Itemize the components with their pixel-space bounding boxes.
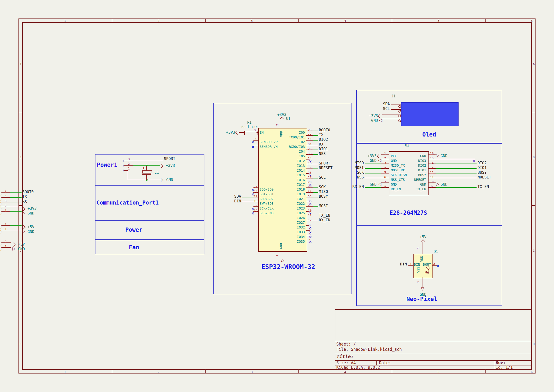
pin-name: SHD/SD2 — [260, 197, 274, 201]
oled-pin-row: ◁ GND — [325, 119, 401, 124]
schematic-page: 1 1 2 2 3 3 4 4 — [0, 0, 554, 392]
titleblock-rev-label: Rev: — [496, 361, 506, 365]
frame-row-tick-right — [532, 112, 535, 112]
titleblock-line-1 — [335, 341, 532, 341]
power1-pin1-number: 1 — [125, 167, 132, 170]
esp32-right-pin-row: 35 TX × TXD0/IO1 — [306, 135, 363, 140]
esp32-left-pin-row: 19 × SCS/CMD — [211, 211, 258, 216]
pin-number: 13 — [428, 166, 436, 169]
pin-name: SENSOR_VP — [260, 140, 277, 144]
sheet-power1 — [95, 154, 204, 186]
pin-number: 29 — [306, 152, 313, 155]
wire — [313, 135, 318, 136]
frame-column-label-bottom: 4 — [340, 371, 350, 373]
wire — [436, 187, 477, 188]
wire — [10, 225, 21, 226]
e28-title: E28-2G4M27S — [378, 210, 439, 216]
esp32-left-pin-row: 21 × SDO/SD0 — [211, 188, 258, 192]
frame-column-tick-top — [205, 19, 206, 22]
pin-name: IO25 — [297, 211, 305, 215]
oled-ref: J1 — [391, 95, 395, 98]
wire — [365, 187, 381, 188]
pin-number: 3 — [1, 200, 10, 203]
frame-inner-top — [22, 22, 532, 23]
frame-column-tick-bottom — [392, 370, 392, 373]
net-label: MOSI — [354, 166, 364, 170]
power-label: GND — [28, 211, 34, 215]
pin-number: 12 — [428, 171, 436, 174]
pin-name: NSS_CTS — [391, 178, 405, 181]
pin-name: IO5 — [299, 154, 305, 158]
pin-number: 25 — [306, 128, 313, 132]
cap-c1-lead-bottom — [146, 175, 147, 180]
frame-row-tick-left — [19, 299, 22, 299]
e28-ref: U2 — [405, 144, 409, 147]
sheet-power — [95, 220, 204, 240]
pin-name: TX_EN — [416, 188, 426, 191]
frame-row-label-left: B — [19, 156, 22, 159]
wire — [313, 150, 318, 150]
pin-name: SDO/SD0 — [260, 188, 274, 191]
esp32-gnd-wire — [282, 251, 282, 259]
pin-stub — [382, 119, 401, 119]
no-connect-icon: × — [251, 211, 254, 216]
gnd-triangle-icon: ▷ — [436, 154, 439, 158]
resistor-r1-value: Resistor — [240, 125, 259, 128]
e28-left-pin-row: 2 ◁ GND GND — [313, 159, 389, 163]
pin-name: IO13 — [297, 164, 305, 167]
net-label: RX_EN — [319, 218, 330, 222]
net-label: NSS — [357, 175, 364, 179]
wire — [365, 173, 381, 174]
esp32-left-pin-row: 4 × SENSOR_VP — [211, 140, 258, 145]
esp32-ref: U1 — [286, 117, 290, 121]
power-label: GND — [371, 119, 378, 123]
frame-column-tick-bottom — [298, 370, 299, 373]
pin-number: 4 — [1, 195, 10, 198]
e28-right-pin-row: 16 × ▷ GND GND — [428, 154, 504, 159]
pin-name: MISO_TX — [391, 164, 405, 167]
wire — [10, 197, 21, 198]
pin-name: DIO2 — [418, 164, 426, 167]
pin-name: GND — [420, 154, 426, 158]
gnd-triangle-icon: ▷ — [12, 247, 15, 251]
e28-left-pin-row: 4 MOSI ◁ MOSI_RX — [313, 168, 389, 173]
wire — [365, 178, 381, 178]
frame-column-label-top: 3 — [247, 19, 256, 22]
no-connect-icon: × — [251, 145, 254, 149]
net-label: SCK — [357, 171, 364, 175]
pin-number: 37 — [306, 204, 313, 207]
pin-name: GND — [391, 159, 397, 162]
esp32-left-pin-row: 20 × SCK/CLK — [211, 206, 258, 211]
pin-name: IO22 — [297, 202, 305, 205]
esp32-vdd-pin-number: 2 — [276, 124, 279, 126]
esp32-left-pin-row: 5 × SENSOR_VN — [211, 145, 258, 150]
gnd-triangle-icon: ▷ — [436, 182, 439, 186]
neopixel-dout-stub — [432, 266, 437, 266]
wire — [10, 211, 21, 212]
net-label: RX — [319, 142, 323, 146]
esp32-right-pin-row: 10 × IO25 — [306, 211, 363, 216]
power-label: +5V — [18, 242, 25, 246]
net-label: SDA — [234, 195, 241, 198]
net-label: MOSI — [319, 204, 328, 208]
esp32-right-pin-row: 24 DIO2 × IO2 — [306, 140, 363, 145]
pin-name: IO19 — [297, 192, 305, 196]
wire — [242, 197, 253, 197]
net-label: MISO — [354, 161, 364, 165]
open-pin-end-icon — [398, 115, 401, 117]
neopixel-vdd-wire — [422, 242, 423, 254]
pin-name: NRESET — [414, 178, 426, 181]
pin-name: SCK_RTSN — [391, 173, 407, 176]
pin-stub — [382, 114, 401, 114]
oled-title: Oled — [410, 132, 448, 137]
esp32-right-pin-row: 34 RX × RXD0/IO3 — [306, 145, 363, 150]
esp32-right-pin-row: 37 MOSI × IO23 — [306, 206, 363, 211]
wire — [436, 159, 475, 159]
esp32-gnd-pin-number: 1 — [276, 255, 279, 257]
frame-column-label-bottom: 3 — [247, 371, 256, 373]
neopixel-dout-pin-number: 2 — [432, 262, 436, 265]
neopixel-vss-wire — [422, 277, 423, 287]
frame-column-tick-top — [392, 19, 392, 22]
resistor-r1-ref: R1 — [240, 121, 259, 124]
titleblock-size: Size: A4 — [336, 361, 356, 365]
